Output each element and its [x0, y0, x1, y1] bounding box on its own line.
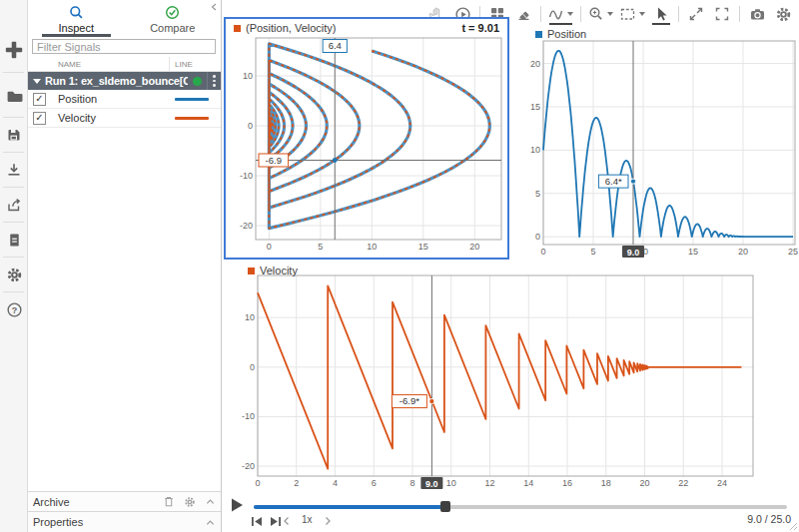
- gear-icon[interactable]: [184, 496, 196, 508]
- pointer-button[interactable]: [649, 3, 673, 25]
- legend-swatch: [234, 25, 241, 32]
- playback-time-label: 9.0 / 25.0: [747, 513, 791, 525]
- position-plot-title: Position: [547, 28, 586, 40]
- properties-label: Properties: [33, 516, 196, 528]
- signal-rows: ✓Position✓Velocity: [28, 90, 221, 128]
- svg-text:22: 22: [678, 478, 688, 488]
- chevron-left-icon: [283, 516, 291, 526]
- velocity-plot[interactable]: Velocity 024681012141618202224-20-10010-…: [240, 262, 757, 489]
- archive-section-header[interactable]: Archive: [28, 491, 221, 511]
- trash-icon[interactable]: [163, 495, 175, 508]
- svg-text:18: 18: [601, 478, 611, 488]
- step-back-button[interactable]: [250, 515, 263, 527]
- simulation-data-inspector: ? Inspect Compare NAME LINE Run 1: ex_: [0, 0, 799, 532]
- svg-text:15: 15: [418, 242, 428, 252]
- collapse-caret-icon[interactable]: [33, 79, 41, 84]
- step-back-icon: [251, 516, 263, 527]
- speed-down-button[interactable]: [282, 514, 291, 525]
- clear-plots-button[interactable]: [511, 3, 535, 25]
- svg-text:0: 0: [535, 232, 540, 242]
- divider: [678, 6, 679, 22]
- tab-compare-label: Compare: [150, 22, 195, 34]
- position-plot-legend: Position: [535, 28, 586, 40]
- help-button[interactable]: ?: [0, 292, 28, 326]
- svg-text:9.0: 9.0: [425, 479, 438, 489]
- svg-text:10: 10: [530, 145, 540, 155]
- velocity-plot-title: Velocity: [260, 265, 298, 276]
- position-plot[interactable]: Position 0510152025051015206.4*9.0: [527, 25, 799, 260]
- eraser-icon: [515, 6, 531, 22]
- signal-row[interactable]: ✓Position: [28, 90, 221, 109]
- open-button[interactable]: [0, 73, 28, 117]
- data-cursors-button[interactable]: [546, 3, 575, 25]
- tab-inspect[interactable]: Inspect: [28, 0, 125, 37]
- arrow-cursor-icon: [654, 6, 669, 22]
- svg-text:?: ?: [11, 304, 17, 314]
- playback-slider[interactable]: [254, 505, 787, 509]
- collapse-panel-button[interactable]: [207, 0, 221, 14]
- plot-area: (Position, Velocity) t = 9.01 05101520-2…: [222, 0, 799, 532]
- download-icon: [6, 162, 22, 178]
- svg-text:16: 16: [562, 478, 572, 488]
- question-icon: ?: [6, 301, 23, 318]
- svg-text:6.4*: 6.4*: [605, 176, 622, 187]
- speed-up-button[interactable]: [324, 514, 333, 525]
- snapshot-button[interactable]: [745, 3, 769, 25]
- zoom-button[interactable]: [586, 3, 615, 25]
- signal-wave-icon: [548, 6, 564, 22]
- step-forward-button[interactable]: [269, 515, 282, 527]
- document-icon: [7, 233, 22, 248]
- fullscreen-button[interactable]: [710, 3, 734, 25]
- run-label: Run 1: ex_sldemo_bounce[Current]: [45, 75, 188, 87]
- svg-text:20: 20: [530, 59, 540, 69]
- run-menu-button[interactable]: [207, 72, 221, 90]
- export-button[interactable]: [0, 188, 28, 222]
- properties-section-header[interactable]: Properties: [28, 511, 221, 532]
- svg-text:6.4: 6.4: [329, 40, 342, 51]
- expand-icon: [688, 6, 704, 22]
- signal-line-sample: [175, 98, 209, 101]
- chevron-up-icon[interactable]: [205, 518, 216, 527]
- new-button[interactable]: [0, 28, 28, 72]
- archive-label: Archive: [33, 496, 154, 508]
- playback-bar: 1x 9.0 / 25.0: [222, 494, 799, 532]
- svg-text:20: 20: [639, 478, 649, 488]
- svg-text:15: 15: [688, 247, 698, 257]
- svg-text:-20: -20: [240, 221, 253, 231]
- report-button[interactable]: [0, 223, 28, 257]
- svg-text:-6.9: -6.9: [266, 155, 282, 166]
- share-icon: [6, 197, 22, 213]
- save-button[interactable]: [0, 118, 28, 152]
- step-controls: [250, 515, 282, 527]
- expand-button[interactable]: [684, 3, 708, 25]
- import-button[interactable]: [0, 153, 28, 187]
- signal-row[interactable]: ✓Velocity: [28, 109, 221, 128]
- legend-swatch: [535, 31, 542, 38]
- play-button[interactable]: [228, 497, 246, 515]
- dropdown-caret-icon: [639, 12, 645, 16]
- run-group-row[interactable]: Run 1: ex_sldemo_bounce[Current]: [28, 72, 221, 90]
- play-icon: [229, 497, 245, 513]
- chevron-right-icon: [324, 516, 332, 526]
- divider: [540, 6, 541, 22]
- svg-text:5: 5: [535, 189, 540, 199]
- svg-text:4: 4: [333, 478, 338, 488]
- plot-settings-button[interactable]: [771, 3, 795, 25]
- panel-tabs: Inspect Compare: [28, 0, 221, 37]
- xy-plot[interactable]: (Position, Velocity) t = 9.01 05101520-2…: [224, 17, 509, 260]
- filter-signals-input[interactable]: [32, 39, 216, 54]
- chevron-up-icon[interactable]: [205, 497, 216, 506]
- slider-handle[interactable]: [440, 501, 450, 512]
- step-forward-icon: [270, 516, 282, 527]
- svg-text:0: 0: [250, 362, 255, 372]
- preferences-button[interactable]: [0, 258, 28, 291]
- gear-icon: [6, 266, 23, 283]
- svg-text:-10: -10: [240, 171, 253, 181]
- dropdown-caret-icon: [567, 12, 573, 16]
- resize-grip-icon[interactable]: [788, 521, 798, 531]
- fit-to-view-button[interactable]: [617, 3, 647, 25]
- signal-checkbox[interactable]: ✓: [33, 93, 46, 106]
- check-circle-icon: [165, 5, 180, 20]
- fullscreen-icon: [714, 6, 730, 22]
- signal-checkbox[interactable]: ✓: [33, 112, 46, 125]
